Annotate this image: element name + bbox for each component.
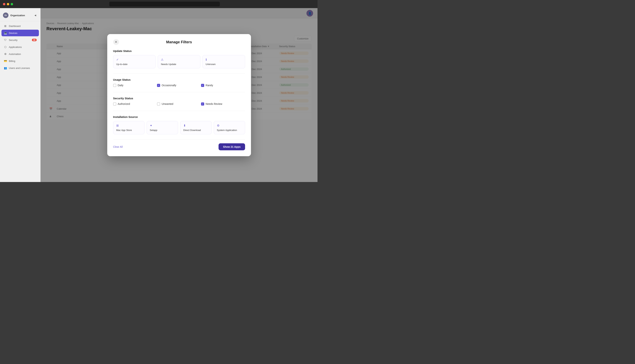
modal-overlay: ✕ Manage Filters Update Status ✓ Up-to-d… bbox=[40, 8, 318, 182]
security-unwanted-checkbox[interactable] bbox=[157, 102, 160, 106]
usage-status-label: Usage Status bbox=[113, 78, 245, 81]
security-status-grid: Authorized Unwanted ✓ Needs Review bbox=[113, 102, 245, 106]
sidebar-item-security[interactable]: 🛡 Security 36 bbox=[2, 37, 39, 43]
org-header: Or Organization ◀ bbox=[0, 11, 40, 21]
security-needs-review-label: Needs Review bbox=[206, 102, 222, 105]
security-authorized-checkbox[interactable] bbox=[113, 102, 116, 106]
sidebar-item-billing[interactable]: 💳 Billing bbox=[2, 58, 39, 64]
update-status-label: Update Status bbox=[113, 49, 245, 52]
show-apps-button[interactable]: Show 21 Apps bbox=[218, 143, 245, 150]
users-icon: 👥 bbox=[4, 66, 7, 70]
sidebar-item-devices[interactable]: 💻 Devices bbox=[2, 30, 39, 36]
usage-rarely-label: Rarely bbox=[206, 84, 213, 87]
modal-title: Manage Filters bbox=[166, 40, 192, 44]
section-divider-1 bbox=[113, 74, 245, 74]
security-unwanted-label: Unwanted bbox=[162, 102, 173, 105]
sidebar-item-label: Applications bbox=[9, 46, 22, 48]
download-icon: ⬇ bbox=[183, 124, 208, 127]
modal-header: ✕ Manage Filters bbox=[113, 40, 245, 44]
mac-app-store-icon: ⊞ bbox=[116, 124, 141, 127]
usage-rarely-row: ✓ Rarely bbox=[201, 84, 245, 87]
up-to-date-label: Up-to-date bbox=[116, 63, 152, 66]
sidebar-item-label: Security bbox=[9, 39, 18, 42]
security-status-section: Security Status Authorized Unwanted ✓ bbox=[113, 97, 245, 106]
collapse-sidebar-button[interactable]: ◀ bbox=[33, 13, 38, 18]
sidebar-item-label: Automation bbox=[9, 53, 21, 56]
applications-icon: ⬡ bbox=[4, 45, 7, 49]
sidebar-item-label: Users and Licenses bbox=[9, 67, 30, 70]
mac-app-store-label: Mac App Store bbox=[116, 129, 141, 132]
info-icon: ℹ bbox=[206, 58, 242, 61]
sidebar-item-users-and-licenses[interactable]: 👥 Users and Licenses bbox=[2, 65, 39, 71]
close-icon: ✕ bbox=[114, 40, 118, 44]
maximize-window-button[interactable] bbox=[11, 3, 13, 5]
security-authorized-label: Authorized bbox=[118, 102, 130, 105]
sidebar-item-automation[interactable]: ⚙ Automation bbox=[2, 51, 39, 57]
usage-daily-row: Daily bbox=[113, 84, 157, 87]
installation-source-label: Installation Source bbox=[113, 115, 245, 118]
update-status-grid: ✓ Up-to-date ⚠ Needs Update ℹ Unknown bbox=[113, 55, 245, 68]
usage-rarely-checkbox[interactable]: ✓ bbox=[201, 84, 204, 87]
sidebar-nav: ⊞ Dashboard 💻 Devices 🛡 Security 36 ⬡ Ap… bbox=[0, 23, 40, 71]
security-needs-review-row: ✓ Needs Review bbox=[201, 102, 245, 106]
section-divider-2 bbox=[113, 92, 245, 92]
sidebar-item-label: Devices bbox=[9, 32, 17, 34]
sidebar-item-label: Billing bbox=[9, 60, 15, 62]
sidebar-item-applications[interactable]: ⬡ Applications bbox=[2, 44, 39, 50]
automation-icon: ⚙ bbox=[4, 52, 7, 56]
gear-icon: ⚙ bbox=[217, 124, 242, 127]
usage-status-section: Usage Status Daily ✓ Occasionally ✓ Rar bbox=[113, 78, 245, 87]
usage-occasionally-checkbox[interactable]: ✓ bbox=[157, 84, 160, 87]
setapp-icon: ✦ bbox=[150, 124, 175, 127]
security-authorized-row: Authorized bbox=[113, 102, 157, 106]
minimize-window-button[interactable] bbox=[7, 3, 9, 5]
unknown-label: Unknown bbox=[206, 63, 242, 66]
modal-footer: Clear All Show 21 Apps bbox=[113, 140, 245, 150]
setapp-label: Setapp bbox=[150, 129, 175, 132]
update-status-unknown[interactable]: ℹ Unknown bbox=[202, 55, 245, 68]
usage-occasionally-label: Occasionally bbox=[162, 84, 176, 87]
sidebar-item-label: Dashboard bbox=[9, 25, 21, 28]
sidebar-item-dashboard[interactable]: ⊞ Dashboard bbox=[2, 23, 39, 29]
address-bar[interactable] bbox=[109, 2, 220, 6]
source-system-application[interactable]: ⚙ System Application bbox=[214, 121, 245, 134]
dashboard-icon: ⊞ bbox=[4, 24, 7, 28]
main-content: 👤 Devices › Reverent-Leakey-Mac › Applic… bbox=[40, 8, 318, 182]
org-avatar: Or bbox=[3, 12, 8, 18]
modal-close-button[interactable]: ✕ bbox=[113, 39, 119, 45]
update-status-section: Update Status ✓ Up-to-date ⚠ Needs Updat… bbox=[113, 49, 245, 68]
billing-icon: 💳 bbox=[4, 59, 7, 63]
security-needs-review-checkbox[interactable]: ✓ bbox=[201, 102, 204, 106]
install-source-grid: ⊞ Mac App Store ✦ Setapp ⬇ Direct Downlo… bbox=[113, 121, 245, 134]
usage-occasionally-row: ✓ Occasionally bbox=[157, 84, 201, 87]
warning-icon: ⚠ bbox=[161, 58, 197, 61]
needs-update-label: Needs Update bbox=[161, 63, 197, 66]
clear-all-button[interactable]: Clear All bbox=[113, 145, 123, 148]
manage-filters-modal: ✕ Manage Filters Update Status ✓ Up-to-d… bbox=[107, 34, 251, 156]
update-status-up-to-date[interactable]: ✓ Up-to-date bbox=[113, 55, 156, 68]
usage-status-grid: Daily ✓ Occasionally ✓ Rarely bbox=[113, 84, 245, 87]
org-name: Organization bbox=[10, 14, 25, 17]
shield-icon: 🛡 bbox=[4, 38, 7, 42]
installation-source-section: Installation Source ⊞ Mac App Store ✦ Se… bbox=[113, 115, 245, 134]
system-application-label: System Application bbox=[217, 129, 242, 132]
check-circle-icon: ✓ bbox=[116, 58, 152, 61]
update-status-needs-update[interactable]: ⚠ Needs Update bbox=[158, 55, 200, 68]
security-badge: 36 bbox=[32, 39, 37, 41]
section-divider-3 bbox=[113, 111, 245, 111]
usage-daily-checkbox[interactable] bbox=[113, 84, 116, 87]
security-status-label: Security Status bbox=[113, 97, 245, 100]
app-container: Or Organization ◀ ⊞ Dashboard 💻 Devices … bbox=[0, 8, 318, 182]
window-chrome bbox=[0, 0, 318, 8]
security-unwanted-row: Unwanted bbox=[157, 102, 201, 106]
devices-icon: 💻 bbox=[4, 31, 7, 35]
source-setapp[interactable]: ✦ Setapp bbox=[147, 121, 178, 134]
usage-daily-label: Daily bbox=[118, 84, 124, 87]
source-mac-app-store[interactable]: ⊞ Mac App Store bbox=[113, 121, 144, 134]
direct-download-label: Direct Download bbox=[183, 129, 208, 132]
close-window-button[interactable] bbox=[3, 3, 5, 5]
source-direct-download[interactable]: ⬇ Direct Download bbox=[180, 121, 212, 134]
sidebar: Or Organization ◀ ⊞ Dashboard 💻 Devices … bbox=[0, 8, 40, 182]
